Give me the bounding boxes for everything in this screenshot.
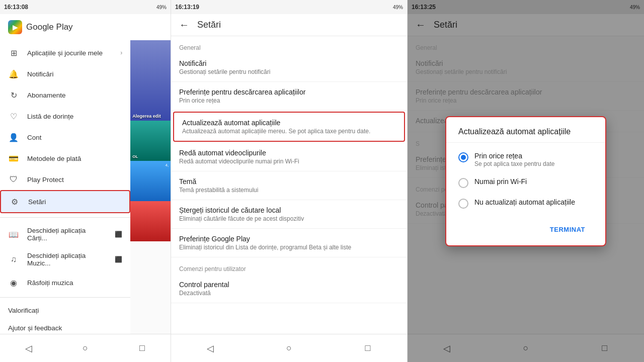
- nav-cont-label: Cont: [27, 134, 122, 141]
- control-sub-2: Dezactivată: [179, 290, 399, 297]
- nav-apps[interactable]: ⊞ Aplicațiile și jocurile mele ›: [0, 42, 130, 63]
- notificari-sub-2: Gestionați setările pentru notificări: [179, 68, 399, 75]
- back-btn-2[interactable]: ◁: [200, 338, 220, 358]
- notificari-title-2: Notificări: [179, 59, 399, 67]
- tema-title-2: Temă: [179, 177, 399, 186]
- muzica-icon: ♫: [8, 254, 19, 265]
- settings-tema-2[interactable]: Temă Temă prestabilită a sistemului: [171, 171, 407, 200]
- nav-plata-label: Metodele de plată: [27, 155, 122, 162]
- actualizare-sub-2: Actualizează automat aplicațiile mereu. …: [182, 128, 396, 135]
- battery-2: 49%: [393, 5, 403, 10]
- nav-protect-label: Play Protect: [27, 176, 122, 184]
- settings-title-2: Setări: [197, 20, 221, 30]
- side-image-1: Alegerea edit: [130, 40, 171, 121]
- status-icons-2: 49%: [393, 5, 403, 10]
- nav-divider-2: [0, 297, 130, 298]
- muzica-chevron: ⬛: [115, 256, 122, 263]
- panel-settings-dialog: 16:13:25 49% ← Setări General Notificări…: [408, 0, 644, 362]
- sidebar-images: Alegerea edit OL 4,: [130, 40, 171, 334]
- battery-icon-1: 49%: [156, 5, 167, 10]
- home-btn-1[interactable]: ○: [75, 338, 96, 358]
- nav-muzica[interactable]: ♫ Deschideți aplicația Muzic... ⬛: [0, 247, 130, 272]
- tema-sub-2: Temă prestabilită a sistemului: [179, 187, 399, 194]
- dialog-title: Actualizează automat aplicațiile: [446, 117, 605, 143]
- option-orice[interactable]: Prin orice rețea Se pot aplica taxe pent…: [446, 147, 605, 172]
- dialog-overlay: Actualizează automat aplicațiile Prin or…: [408, 0, 644, 362]
- back-icon-2[interactable]: ←: [179, 19, 189, 31]
- play-title: Google Play: [26, 22, 73, 32]
- side-image-4: [130, 201, 171, 241]
- play-logo-icon: ▶: [13, 23, 18, 31]
- status-bar-2: 16:13:19 49%: [171, 0, 407, 14]
- option-wifi[interactable]: Numai prin Wi-Fi: [446, 172, 605, 193]
- dialog-actions: TERMINAT: [446, 218, 605, 245]
- home-btn-2[interactable]: ○: [279, 338, 299, 358]
- recents-btn-1[interactable]: □: [132, 338, 152, 358]
- nav-lista[interactable]: ♡ Listă de dorințe: [0, 106, 130, 127]
- bottom-nav-1: ◁ ○ □: [0, 334, 171, 362]
- option-orice-sub: Se pot aplica taxe pentru date: [474, 160, 593, 167]
- settings-actualizare-2[interactable]: Actualizează automat aplicațiile Actuali…: [173, 112, 405, 142]
- apps-chevron: ›: [120, 49, 122, 56]
- nav-muzica-label: Deschideți aplicația Muzic...: [27, 252, 107, 267]
- reda-title-2: Redă automat videoclipurile: [179, 149, 399, 157]
- radio-orice-inner: [461, 155, 466, 160]
- nav-valorificati[interactable]: Valorificați: [0, 302, 130, 319]
- nav-rasfoiti[interactable]: ◉ Răsfoiți muzica: [0, 272, 130, 293]
- settings-preferinte-2[interactable]: Preferințe pentru descărcarea aplicațiil…: [171, 82, 407, 111]
- nav-notificari-label: Notificări: [27, 70, 122, 78]
- nav-carti-label: Deschideți aplicația Cărți...: [27, 227, 107, 242]
- nav-cont[interactable]: 👤 Cont: [0, 127, 130, 148]
- nav-rasfoiti-label: Răsfoiți muzica: [27, 279, 122, 287]
- settings-pref-play-2[interactable]: Preferințe Google Play Eliminați istoric…: [171, 229, 407, 257]
- nav-abonamente[interactable]: ↻ Abonamente: [0, 84, 130, 106]
- settings-control-2[interactable]: Control parental Dezactivată: [171, 275, 407, 303]
- back-btn-1[interactable]: ◁: [19, 338, 39, 358]
- side-image-2: OL: [130, 121, 171, 161]
- option-orice-title: Prin orice rețea: [474, 152, 593, 160]
- carti-chevron: ⬛: [115, 231, 122, 238]
- nav-ajutor-label: Ajutor și feedback: [8, 324, 122, 332]
- side-image-3: 4,: [130, 161, 171, 201]
- settings-list-2: General Notificări Gestionați setările p…: [171, 36, 407, 334]
- nav-valorificati-label: Valorificați: [8, 307, 122, 314]
- rasfoiti-icon: ◉: [8, 277, 19, 288]
- img3-rating: 4,: [166, 163, 169, 167]
- actualizare-title-2: Actualizează automat aplicațiile: [182, 119, 396, 127]
- radio-orice: [458, 152, 468, 162]
- terminat-button[interactable]: TERMINAT: [542, 222, 593, 237]
- protect-icon: 🛡: [8, 174, 19, 185]
- side-img-label-2: OL: [132, 154, 138, 159]
- settings-header-2: ← Setări: [171, 14, 407, 36]
- cont-icon: 👤: [8, 132, 19, 143]
- carti-icon: 📖: [8, 229, 19, 240]
- option-nu[interactable]: Nu actualizați automat aplicațiile: [446, 193, 605, 214]
- recents-btn-2[interactable]: □: [358, 338, 378, 358]
- nav-notificari[interactable]: 🔔 Notificări: [0, 63, 130, 84]
- auto-update-dialog: Actualizează automat aplicațiile Prin or…: [445, 116, 606, 246]
- plata-icon: 💳: [8, 153, 19, 164]
- play-header: ▶ Google Play: [0, 14, 171, 40]
- nav-carti[interactable]: 📖 Deschideți aplicația Cărți... ⬛: [0, 222, 130, 247]
- settings-notificari-2[interactable]: Notificări Gestionați setările pentru no…: [171, 53, 407, 82]
- status-bar-1: 16:13:08 49%: [0, 0, 171, 14]
- pref-play-title-2: Preferințe Google Play: [179, 235, 399, 243]
- nav-plata[interactable]: 💳 Metodele de plată: [0, 148, 130, 169]
- nav-ajutor[interactable]: Ajutor și feedback: [0, 319, 130, 334]
- pref-play-sub-2: Eliminați istoricul din Lista de dorințe…: [179, 244, 399, 251]
- status-icons-1: 49%: [156, 5, 167, 10]
- panel-settings: 16:13:19 49% ← Setări General Notificări…: [171, 0, 408, 362]
- panel-google-play: 16:13:08 49% ▶ Google Play ⊞ Aplicațiile…: [0, 0, 171, 362]
- settings-sterge-2[interactable]: Ștergeți istoricul de căutare local Elim…: [171, 200, 407, 229]
- nav-lista-label: Listă de dorințe: [27, 113, 122, 120]
- play-logo: ▶: [8, 20, 22, 34]
- nav-protect[interactable]: 🛡 Play Protect: [0, 169, 130, 190]
- settings-reda-2[interactable]: Redă automat videoclipurile Redă automat…: [171, 143, 407, 171]
- nav-setari[interactable]: ⚙ Setări: [0, 190, 130, 213]
- setari-icon: ⚙: [9, 196, 20, 207]
- nav-abonamente-label: Abonamente: [27, 92, 122, 99]
- preferinte-sub-2: Prin orice rețea: [179, 97, 399, 104]
- preferinte-title-2: Preferințe pentru descărcarea aplicațiil…: [179, 88, 399, 96]
- time-1: 16:13:08: [4, 4, 28, 11]
- dialog-options: Prin orice rețea Se pot aplica taxe pent…: [446, 143, 605, 218]
